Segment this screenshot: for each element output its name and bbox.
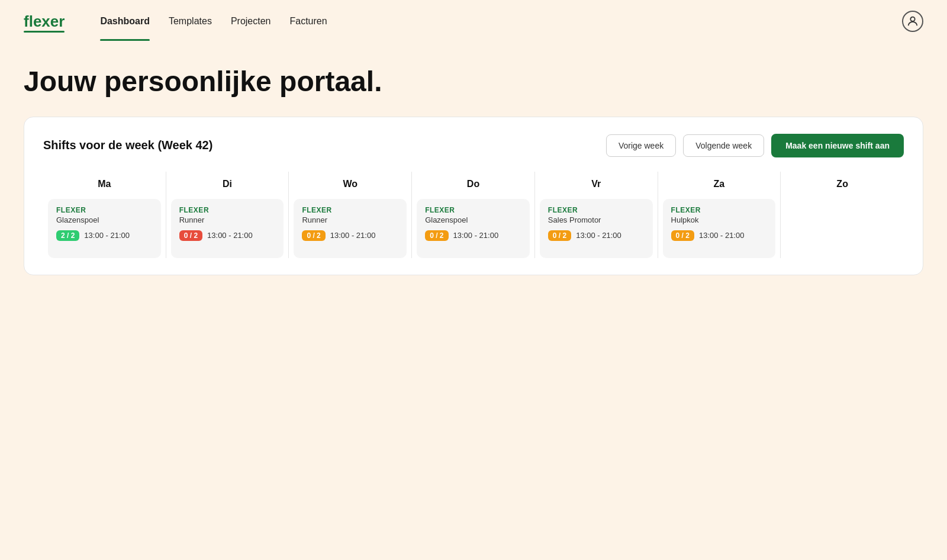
- main-content: Jouw persoonlijke portaal. Shifts voor d…: [0, 43, 947, 275]
- navbar: flexer Dashboard Templates Projecten Fac…: [0, 0, 947, 43]
- shift-company: FLEXER: [302, 206, 398, 214]
- day-header: Do: [467, 172, 479, 199]
- nav-right: [902, 11, 923, 32]
- next-week-button[interactable]: Volgende week: [683, 134, 764, 157]
- day-col-ma: MaFLEXERGlazenspoel2 / 213:00 - 21:00: [43, 172, 166, 258]
- shift-company: FLEXER: [56, 206, 153, 214]
- shift-badge: 0 / 2: [302, 230, 325, 241]
- day-header: Di: [223, 172, 232, 199]
- day-header: Wo: [343, 172, 357, 199]
- shift-badge: 2 / 2: [56, 230, 79, 241]
- shift-time: 13:00 - 21:00: [453, 231, 499, 240]
- day-col-wo: WoFLEXERRunner0 / 213:00 - 21:00: [289, 172, 412, 258]
- shift-card[interactable]: FLEXERGlazenspoel2 / 213:00 - 21:00: [48, 199, 161, 258]
- days-grid: MaFLEXERGlazenspoel2 / 213:00 - 21:00DiF…: [43, 172, 904, 258]
- shift-role: Glazenspoel: [425, 215, 521, 224]
- nav-link-dashboard[interactable]: Dashboard: [93, 12, 157, 30]
- day-header: Vr: [591, 172, 601, 199]
- day-col-do: DoFLEXERGlazenspoel0 / 213:00 - 21:00: [412, 172, 535, 258]
- shift-role: Hulpkok: [671, 215, 768, 224]
- shift-bottom: 0 / 213:00 - 21:00: [425, 230, 521, 241]
- user-icon[interactable]: [902, 11, 923, 32]
- week-card: Shifts voor de week (Week 42) Vorige wee…: [24, 117, 923, 275]
- shift-role: Glazenspoel: [56, 215, 153, 224]
- shift-card[interactable]: FLEXERGlazenspoel0 / 213:00 - 21:00: [417, 199, 530, 258]
- week-actions: Vorige week Volgende week Maak een nieuw…: [606, 134, 904, 157]
- shift-bottom: 0 / 213:00 - 21:00: [671, 230, 768, 241]
- day-col-di: DiFLEXERRunner0 / 213:00 - 21:00: [166, 172, 289, 258]
- shift-role: Runner: [179, 215, 276, 224]
- nav-link-templates[interactable]: Templates: [162, 12, 219, 30]
- day-col-vr: VrFLEXERSales Promotor0 / 213:00 - 21:00: [535, 172, 658, 258]
- shift-badge: 0 / 2: [179, 230, 202, 241]
- brand-logo[interactable]: flexer: [24, 12, 65, 31]
- svg-point-0: [910, 17, 914, 21]
- shift-time: 13:00 - 21:00: [207, 231, 253, 240]
- shift-company: FLEXER: [548, 206, 645, 214]
- day-col-za: ZaFLEXERHulpkok0 / 213:00 - 21:00: [658, 172, 781, 258]
- day-header: Ma: [98, 172, 111, 199]
- nav-link-projecten[interactable]: Projecten: [224, 12, 278, 30]
- shift-badge: 0 / 2: [425, 230, 448, 241]
- shift-badge: 0 / 2: [671, 230, 694, 241]
- shift-time: 13:00 - 21:00: [330, 231, 376, 240]
- day-header: Za: [714, 172, 725, 199]
- new-shift-button[interactable]: Maak een nieuwe shift aan: [771, 134, 904, 157]
- shift-badge: 0 / 2: [548, 230, 571, 241]
- prev-week-button[interactable]: Vorige week: [606, 134, 676, 157]
- shift-card[interactable]: FLEXERRunner0 / 213:00 - 21:00: [294, 199, 407, 258]
- nav-links: Dashboard Templates Projecten Facturen: [93, 12, 902, 30]
- shift-company: FLEXER: [671, 206, 768, 214]
- day-col-zo: Zo: [781, 172, 904, 258]
- shift-company: FLEXER: [425, 206, 521, 214]
- shift-bottom: 2 / 213:00 - 21:00: [56, 230, 153, 241]
- hero-title: Jouw persoonlijke portaal.: [24, 66, 923, 98]
- shift-role: Sales Promotor: [548, 215, 645, 224]
- nav-link-facturen[interactable]: Facturen: [282, 12, 334, 30]
- week-header: Shifts voor de week (Week 42) Vorige wee…: [43, 134, 904, 157]
- shift-time: 13:00 - 21:00: [576, 231, 621, 240]
- empty-day: [785, 199, 899, 258]
- shift-card[interactable]: FLEXERHulpkok0 / 213:00 - 21:00: [663, 199, 776, 258]
- shift-role: Runner: [302, 215, 398, 224]
- brand-name: flexer: [24, 12, 65, 31]
- shift-time: 13:00 - 21:00: [84, 231, 130, 240]
- shift-company: FLEXER: [179, 206, 276, 214]
- shift-bottom: 0 / 213:00 - 21:00: [548, 230, 645, 241]
- shift-time: 13:00 - 21:00: [699, 231, 745, 240]
- shift-bottom: 0 / 213:00 - 21:00: [179, 230, 276, 241]
- shift-bottom: 0 / 213:00 - 21:00: [302, 230, 398, 241]
- shift-card[interactable]: FLEXERSales Promotor0 / 213:00 - 21:00: [540, 199, 653, 258]
- week-title: Shifts voor de week (Week 42): [43, 139, 212, 152]
- day-header: Zo: [836, 172, 848, 199]
- shift-card[interactable]: FLEXERRunner0 / 213:00 - 21:00: [171, 199, 284, 258]
